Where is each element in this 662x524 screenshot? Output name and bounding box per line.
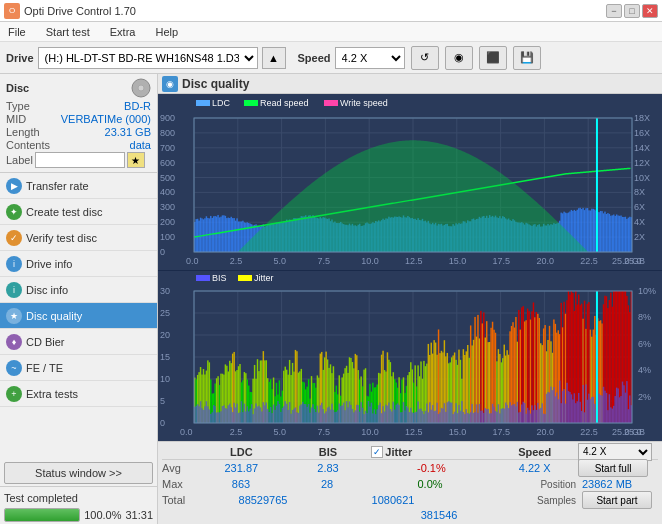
progress-area: Test completed: [0, 486, 157, 508]
type-value: BD-R: [124, 100, 151, 112]
create-test-disc-label: Create test disc: [26, 206, 102, 218]
disc-section: Disc Type BD-R MID VERBATIMe (000) Lengt…: [0, 74, 157, 173]
max-label: Max: [162, 478, 198, 490]
eject-button[interactable]: ▲: [262, 47, 286, 69]
disc-icon: [131, 78, 151, 98]
disc-quality-label: Disc quality: [26, 310, 82, 322]
max-ldc: 863: [198, 478, 284, 490]
disc-contents-row: Contents data: [6, 139, 151, 151]
cd-bier-label: CD Bier: [26, 336, 65, 348]
top-chart: [158, 94, 662, 271]
chart-header-icon: ◉: [162, 76, 178, 92]
action-btn-3[interactable]: ⬛: [479, 46, 507, 70]
progress-bar-row: 100.0% 31:31: [0, 508, 157, 524]
drive-info-label: Drive info: [26, 258, 72, 270]
total-bis: 1080621: [328, 494, 458, 506]
fe-te-label: FE / TE: [26, 362, 63, 374]
data-table-area: LDC BIS ✓ Jitter Speed 4.2 X Avg 231.87 …: [158, 441, 662, 524]
samples-label: Samples: [458, 495, 578, 506]
status-text: Test completed: [4, 492, 78, 504]
close-button[interactable]: ✕: [642, 4, 658, 18]
col-speed-header: Speed: [491, 446, 578, 458]
app-title: Opti Drive Control 1.70: [24, 5, 136, 17]
drive-info-icon: i: [6, 256, 22, 272]
col-jitter-header: Jitter: [385, 446, 412, 458]
verify-test-disc-label: Verify test disc: [26, 232, 97, 244]
drive-label: Drive: [6, 52, 34, 64]
drive-select[interactable]: (H:) HL-DT-ST BD-RE WH16NS48 1.D3: [38, 47, 258, 69]
avg-ldc: 231.87: [198, 462, 285, 474]
speed-display-select[interactable]: 4.2 X: [578, 443, 652, 461]
total-ldc: 88529765: [198, 494, 328, 506]
speed-select[interactable]: 4.2 X: [335, 47, 405, 69]
length-value: 23.31 GB: [105, 126, 151, 138]
create-test-disc-icon: ✦: [6, 204, 22, 220]
svg-point-1: [138, 85, 144, 91]
label-input[interactable]: [35, 152, 125, 168]
length-label: Length: [6, 126, 40, 138]
max-jitter: 0.0%: [370, 478, 490, 490]
bottom-chart: [158, 271, 662, 441]
position-value: 23862 MB: [578, 478, 658, 490]
menu-file[interactable]: File: [4, 24, 30, 40]
action-btn-4[interactable]: 💾: [513, 46, 541, 70]
main-layout: Disc Type BD-R MID VERBATIMe (000) Lengt…: [0, 74, 662, 524]
menu-help[interactable]: Help: [151, 24, 182, 40]
transfer-rate-icon: ▶: [6, 178, 22, 194]
disc-length-row: Length 23.31 GB: [6, 126, 151, 138]
label-label: Label: [6, 154, 33, 166]
sidebar-item-transfer-rate[interactable]: ▶ Transfer rate: [0, 173, 157, 199]
titlebar-left: O Opti Drive Control 1.70: [4, 3, 136, 19]
sidebar-item-cd-bier[interactable]: ♦ CD Bier: [0, 329, 157, 355]
sidebar-item-create-test-disc[interactable]: ✦ Create test disc: [0, 199, 157, 225]
avg-speed: 4.22 X: [491, 462, 578, 474]
chart-header: ◉ Disc quality: [158, 74, 662, 94]
right-panel: ◉ Disc quality LDC BIS ✓ Jitter Speed: [158, 74, 662, 524]
start-part-button[interactable]: Start part: [582, 491, 652, 509]
extra-tests-icon: +: [6, 386, 22, 402]
sidebar-item-disc-info[interactable]: i Disc info: [0, 277, 157, 303]
top-chart-canvas: [158, 94, 662, 268]
action-btn-2[interactable]: ◉: [445, 46, 473, 70]
disc-type-row: Type BD-R: [6, 100, 151, 112]
col-bis-header: BIS: [285, 446, 372, 458]
action-btn-1[interactable]: ↺: [411, 46, 439, 70]
window-controls: − □ ✕: [606, 4, 658, 18]
sidebar-item-disc-quality[interactable]: ★ Disc quality: [0, 303, 157, 329]
menubar: File Start test Extra Help: [0, 22, 662, 42]
status-window-button[interactable]: Status window >>: [4, 462, 153, 484]
sidebar-item-extra-tests[interactable]: + Extra tests: [0, 381, 157, 407]
total-label: Total: [162, 494, 198, 506]
sidebar-item-verify-test-disc[interactable]: ✓ Verify test disc: [0, 225, 157, 251]
contents-value: data: [130, 139, 151, 151]
maximize-button[interactable]: □: [624, 4, 640, 18]
progress-bar-fill: [5, 509, 79, 521]
bottom-chart-canvas: [158, 271, 662, 439]
jitter-checkbox[interactable]: ✓: [371, 446, 383, 458]
titlebar: O Opti Drive Control 1.70 − □ ✕: [0, 0, 662, 22]
minimize-button[interactable]: −: [606, 4, 622, 18]
max-bis: 28: [284, 478, 370, 490]
menu-start-test[interactable]: Start test: [42, 24, 94, 40]
chart-title: Disc quality: [182, 77, 249, 91]
label-row: Label ★: [6, 152, 151, 168]
avg-label: Avg: [162, 462, 198, 474]
avg-jitter: -0.1%: [371, 462, 491, 474]
col-ldc-header: LDC: [198, 446, 285, 458]
label-button[interactable]: ★: [127, 152, 145, 168]
progress-time: 31:31: [125, 509, 153, 521]
disc-quality-icon: ★: [6, 308, 22, 324]
speed-label: Speed: [298, 52, 331, 64]
avg-bis: 2.83: [285, 462, 372, 474]
disc-header: Disc: [6, 78, 151, 98]
menu-extra[interactable]: Extra: [106, 24, 140, 40]
sidebar-item-drive-info[interactable]: i Drive info: [0, 251, 157, 277]
side-menu: ▶ Transfer rate ✦ Create test disc ✓ Ver…: [0, 173, 157, 407]
sidebar-item-fe-te[interactable]: ~ FE / TE: [0, 355, 157, 381]
transfer-rate-label: Transfer rate: [26, 180, 89, 192]
disc-info-label: Disc info: [26, 284, 68, 296]
start-full-button[interactable]: Start full: [578, 459, 648, 477]
disc-title: Disc: [6, 82, 29, 94]
mid-label: MID: [6, 113, 26, 125]
extra-tests-label: Extra tests: [26, 388, 78, 400]
